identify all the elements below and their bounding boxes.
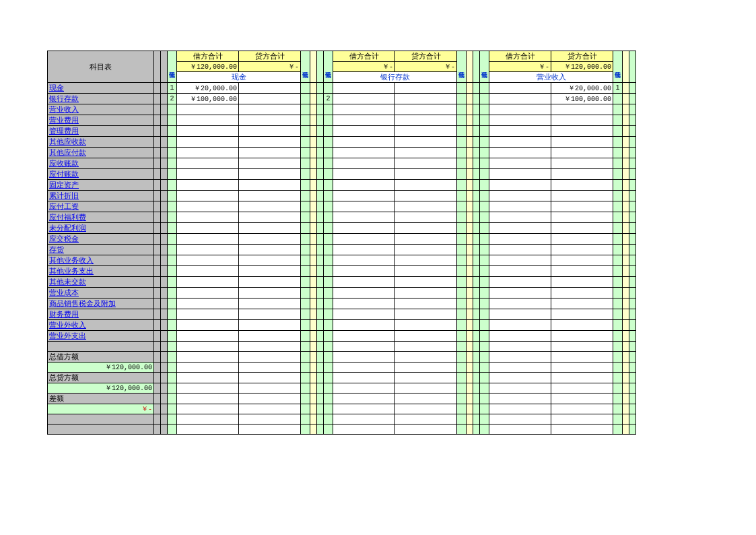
section-debit-total: ￥120,000.00 xyxy=(177,62,239,72)
account-link[interactable]: 应付工资 xyxy=(49,202,79,210)
account-link[interactable]: 其他业务支出 xyxy=(49,267,94,275)
account-link[interactable]: 管理费用 xyxy=(49,127,79,135)
voucher-no-header: 凭证编号 xyxy=(301,51,310,83)
account-link[interactable]: 银行存款 xyxy=(49,94,79,102)
voucher-no-header: 凭证编号 xyxy=(168,51,177,83)
section-name: 现金 xyxy=(177,72,301,83)
section-name: 银行存款 xyxy=(333,72,457,83)
credit-total-header: 贷方合计 xyxy=(395,51,457,62)
section-debit-total: ￥- xyxy=(489,62,551,72)
account-link[interactable]: 应收账款 xyxy=(49,159,79,167)
account-link[interactable]: 商品销售税金及附加 xyxy=(49,299,116,307)
debit-total-header: 借方合计 xyxy=(177,51,239,62)
account-link[interactable]: 其他应收款 xyxy=(49,137,86,146)
section-debit-total: ￥- xyxy=(333,62,395,72)
credit-total-header: 贷方合计 xyxy=(551,51,613,62)
account-link[interactable]: 营业费用 xyxy=(49,116,79,124)
account-link[interactable]: 其他应付款 xyxy=(49,148,86,156)
account-table-header: 科目表 xyxy=(48,51,154,83)
account-link[interactable]: 营业外支出 xyxy=(49,332,86,340)
debit-total-header: 借方合计 xyxy=(333,51,395,62)
voucher-no-header: 凭证编号 xyxy=(457,51,467,83)
account-link[interactable]: 应付福利费 xyxy=(49,213,86,221)
section-credit-total: ￥120,000.00 xyxy=(551,62,613,72)
footer-value: ￥120,000.00 xyxy=(48,363,154,373)
ledger-sheet: 科目表凭证编号借方合计贷方合计凭证编号凭证编号借方合计贷方合计凭证编号凭证编号借… xyxy=(47,51,720,435)
footer-label: 差额 xyxy=(48,394,154,404)
account-link[interactable]: 应交税金 xyxy=(49,234,79,243)
voucher-no-header: 凭证编号 xyxy=(613,51,623,83)
account-link[interactable]: 其他业务收入 xyxy=(49,256,94,264)
voucher-no-header: 凭证编号 xyxy=(480,51,489,83)
account-link[interactable]: 固定资产 xyxy=(49,181,79,189)
credit-total-header: 贷方合计 xyxy=(239,51,301,62)
section-name: 营业收入 xyxy=(489,72,613,83)
account-link[interactable]: 营业成本 xyxy=(49,288,79,296)
account-link[interactable]: 营业外收入 xyxy=(49,321,86,329)
account-link[interactable]: 未分配利润 xyxy=(49,224,86,232)
account-link[interactable]: 应付账款 xyxy=(49,170,79,178)
footer-value: ￥120,000.00 xyxy=(48,383,154,394)
account-link[interactable]: 其他未交款 xyxy=(49,278,86,286)
debit-total-header: 借方合计 xyxy=(489,51,551,62)
section-credit-total: ￥- xyxy=(239,62,301,72)
voucher-no-header: 凭证编号 xyxy=(324,51,333,83)
footer-value: ￥- xyxy=(48,404,154,414)
account-link[interactable]: 累计折旧 xyxy=(49,191,79,199)
account-link[interactable]: 财务费用 xyxy=(49,310,79,318)
account-link[interactable]: 现金 xyxy=(49,84,64,92)
ledger-table: 科目表凭证编号借方合计贷方合计凭证编号凭证编号借方合计贷方合计凭证编号凭证编号借… xyxy=(47,51,636,435)
section-credit-total: ￥- xyxy=(395,62,457,72)
account-link[interactable]: 存货 xyxy=(49,245,64,253)
account-link[interactable]: 营业收入 xyxy=(49,105,79,113)
footer-label: 总借方额 xyxy=(48,352,154,363)
footer-label: 总贷方额 xyxy=(48,373,154,383)
